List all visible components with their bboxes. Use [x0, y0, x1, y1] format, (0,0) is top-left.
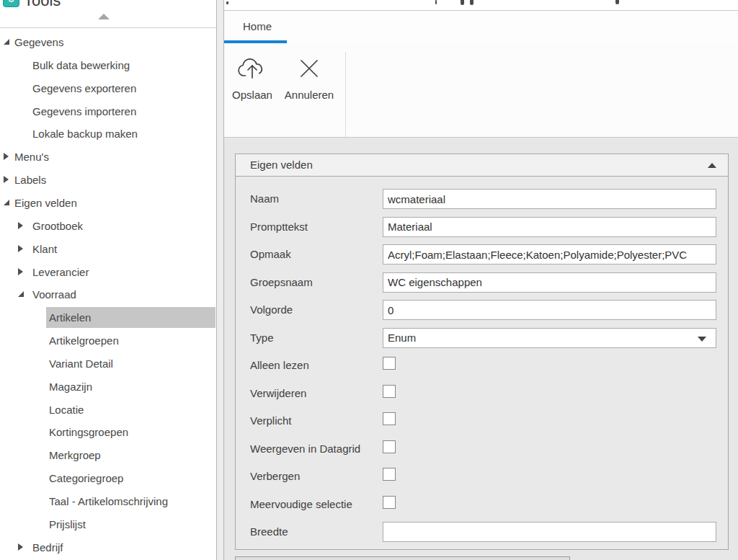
type-dropdown[interactable]: Enum — [383, 328, 716, 348]
tree-item-label: Taal - Artikelomschrijving — [49, 491, 168, 512]
collapse-arrow-icon[interactable] — [18, 291, 24, 297]
form-row-breedte: Breedte — [236, 522, 728, 543]
tree-item-label: Gegevens exporteren — [32, 78, 136, 99]
sidebar-panel: GegevensBulk data bewerkingGegevens expo… — [0, 0, 216, 560]
expand-arrow-icon[interactable] — [18, 543, 23, 551]
field-label: Opmaak — [250, 244, 291, 265]
field-label: Groepsnaam — [250, 272, 313, 293]
form-row-naam: Naam — [236, 189, 728, 210]
tree-item-menu-s[interactable]: Menu's — [0, 146, 215, 167]
form-row-verplicht: Verplicht — [236, 411, 728, 432]
expand-arrow-icon[interactable] — [18, 245, 23, 252]
tree-item-grootboek[interactable]: Grootboek — [0, 215, 215, 236]
tree-item-label: Eigen velden — [14, 192, 77, 213]
naam-input[interactable] — [383, 189, 716, 209]
tree-item-klant[interactable]: Klant — [0, 239, 215, 259]
ribbon-toolbar: Opslaan Annuleren — [224, 43, 738, 137]
tree-item-variant-detail[interactable]: Variant Detail — [0, 353, 215, 374]
panel-splitter[interactable] — [216, 0, 224, 560]
field-label: Alleen lezen — [250, 355, 309, 375]
form-row-verwijderen: Verwijderen — [236, 383, 728, 405]
field-label: Prompttekst — [250, 217, 308, 237]
tree-item-bedrijf[interactable]: Bedrijf — [0, 537, 215, 558]
tree-item-kortingsgroepen[interactable]: Kortingsgroepen — [0, 422, 215, 443]
field-label: Verbergen — [250, 466, 300, 486]
form-row-type: TypeEnum — [236, 328, 728, 350]
app-window: GegevensBulk data bewerkingGegevens expo… — [0, 0, 738, 560]
dropdown-value: Enum — [388, 332, 416, 344]
save-button-label: Opslaan — [228, 89, 276, 101]
weergeven-in-datagrid-checkbox[interactable] — [383, 440, 396, 453]
tree-item-label: Merkgroep — [49, 445, 101, 466]
eigen-velden-groupbox: Eigen velden NaamPrompttekstOpmaakGroeps… — [235, 154, 729, 550]
tree-item-magazijn[interactable]: Magazijn — [0, 376, 215, 397]
form-row-weergeven-in-datagrid: Weergeven in Datagrid — [236, 439, 728, 461]
tree-item-artikelen[interactable]: Artikelen — [46, 307, 215, 328]
tree-item-label: Variant Detail — [49, 353, 113, 374]
verwijderen-checkbox[interactable] — [383, 385, 396, 398]
tree-item-gegevens-exporteren[interactable]: Gegevens exporteren — [0, 78, 215, 99]
tree-item-leverancier[interactable]: Leverancier — [0, 262, 215, 283]
tree: GegevensBulk data bewerkingGegevens expo… — [0, 0, 216, 560]
tree-item-locatie[interactable]: Locatie — [0, 399, 215, 420]
form-row-meervoudige-selectie: Meervoudige selectie — [236, 494, 728, 516]
clipped-title-fragment — [470, 0, 474, 5]
breedte-input[interactable] — [383, 522, 716, 542]
chevron-down-icon — [698, 337, 706, 342]
close-icon — [277, 55, 341, 84]
clipped-title-fragment — [226, 1, 228, 4]
tree-item-label: Gegevens — [14, 32, 63, 53]
tree-item-prijslijst[interactable]: Prijslijst — [0, 514, 215, 535]
tree-scroll-up-icon[interactable] — [98, 14, 110, 19]
tree-item-categoriegroep[interactable]: Categoriegroep — [0, 468, 215, 489]
prompttekst-input[interactable] — [383, 217, 716, 237]
tree-item-label: Prijslijst — [49, 514, 86, 535]
form-row-alleen-lezen: Alleen lezen — [236, 355, 728, 377]
meervoudige-selectie-checkbox[interactable] — [383, 496, 396, 509]
tree-item-lokale-backup-maken[interactable]: Lokale backup maken — [0, 123, 215, 144]
field-label: Breedte — [250, 522, 288, 542]
collapse-arrow-icon[interactable] — [4, 200, 9, 205]
groepsnaam-input[interactable] — [383, 272, 716, 293]
opmaak-input[interactable] — [383, 244, 716, 265]
verbergen-checkbox[interactable] — [383, 468, 396, 481]
tree-item-taal-artikelomschrijving[interactable]: Taal - Artikelomschrijving — [0, 491, 215, 512]
tree-item-label: Bedrijf — [32, 537, 63, 558]
cancel-button-label: Annuleren — [277, 89, 341, 101]
verplicht-checkbox[interactable] — [383, 412, 396, 425]
alleen-lezen-checkbox[interactable] — [383, 357, 396, 370]
tree-item-voorraad[interactable]: Voorraad — [0, 284, 215, 305]
field-label: Verplicht — [250, 411, 292, 431]
volgorde-input[interactable] — [383, 300, 716, 320]
tree-item-label: Leverancier — [32, 262, 89, 283]
form-row-verbergen: Verbergen — [236, 466, 728, 488]
field-label: Type — [250, 328, 274, 348]
tree-item-bulk-data-bewerking[interactable]: Bulk data bewerking — [0, 55, 215, 76]
expand-arrow-icon[interactable] — [18, 268, 23, 275]
tab-strip: Home — [224, 11, 738, 43]
sidebar-title: Tools — [24, 0, 61, 10]
expand-arrow-icon[interactable] — [4, 153, 9, 160]
save-button[interactable]: Opslaan — [228, 50, 276, 131]
tree-item-label: Menu's — [14, 146, 49, 167]
tree-item-eigen-velden[interactable]: Eigen velden — [0, 192, 215, 213]
tree-item-labels[interactable]: Labels — [0, 169, 215, 190]
collapse-triangle-icon[interactable] — [708, 163, 716, 168]
tab-home[interactable]: Home — [224, 11, 287, 40]
tree-item-label: Categoriegroep — [49, 468, 123, 489]
groupbox-header[interactable]: Eigen velden — [236, 154, 728, 177]
tools-gear-icon: ⚙ — [3, 0, 19, 7]
tree-item-merkgroep[interactable]: Merkgroep — [0, 445, 215, 466]
tree-item-label: Gegevens importeren — [32, 101, 136, 122]
collapse-arrow-icon[interactable] — [4, 39, 9, 45]
clipped-title-fragment — [461, 0, 464, 5]
expand-arrow-icon[interactable] — [18, 222, 23, 229]
tree-item-artikelgroepen[interactable]: Artikelgroepen — [0, 330, 215, 351]
expand-arrow-icon[interactable] — [4, 176, 9, 183]
tree-item-gegevens-importeren[interactable]: Gegevens importeren — [0, 101, 215, 122]
cancel-button[interactable]: Annuleren — [277, 50, 341, 131]
tree-item-gegevens[interactable]: Gegevens — [0, 32, 215, 53]
tree-item-label: Magazijn — [49, 376, 92, 397]
clipped-title-fragment — [435, 0, 437, 4]
form-row-groepsnaam: Groepsnaam — [236, 272, 728, 294]
